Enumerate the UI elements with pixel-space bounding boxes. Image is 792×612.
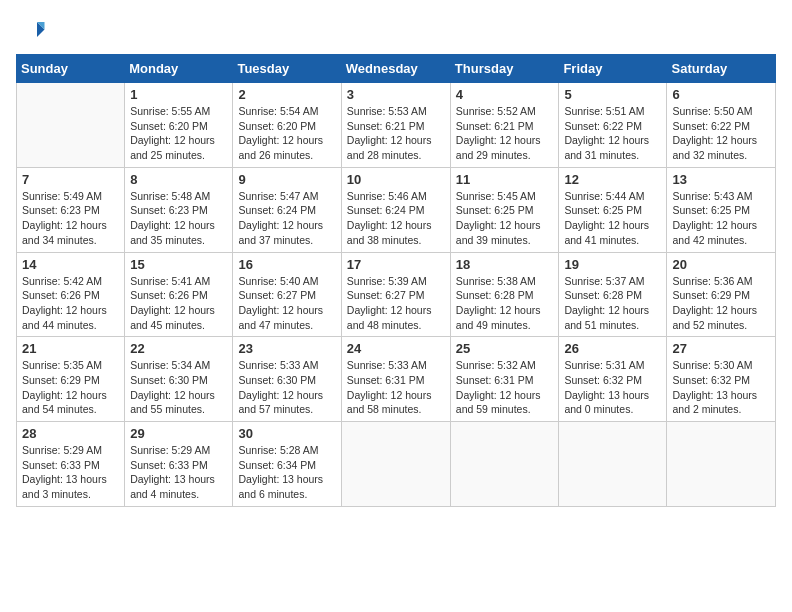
day-info: Sunrise: 5:54 AM Sunset: 6:20 PM Dayligh… — [238, 104, 335, 163]
calendar-cell — [667, 422, 776, 507]
header-tuesday: Tuesday — [233, 55, 341, 83]
day-info: Sunrise: 5:44 AM Sunset: 6:25 PM Dayligh… — [564, 189, 661, 248]
calendar-table: SundayMondayTuesdayWednesdayThursdayFrid… — [16, 54, 776, 507]
day-number: 30 — [238, 426, 335, 441]
day-number: 24 — [347, 341, 445, 356]
week-row-0: 1Sunrise: 5:55 AM Sunset: 6:20 PM Daylig… — [17, 83, 776, 168]
day-info: Sunrise: 5:28 AM Sunset: 6:34 PM Dayligh… — [238, 443, 335, 502]
calendar-cell: 12Sunrise: 5:44 AM Sunset: 6:25 PM Dayli… — [559, 167, 667, 252]
calendar-cell — [17, 83, 125, 168]
day-number: 15 — [130, 257, 227, 272]
day-number: 8 — [130, 172, 227, 187]
calendar-cell: 8Sunrise: 5:48 AM Sunset: 6:23 PM Daylig… — [125, 167, 233, 252]
day-number: 10 — [347, 172, 445, 187]
day-number: 20 — [672, 257, 770, 272]
day-info: Sunrise: 5:31 AM Sunset: 6:32 PM Dayligh… — [564, 358, 661, 417]
day-info: Sunrise: 5:46 AM Sunset: 6:24 PM Dayligh… — [347, 189, 445, 248]
day-number: 4 — [456, 87, 554, 102]
calendar-cell: 2Sunrise: 5:54 AM Sunset: 6:20 PM Daylig… — [233, 83, 341, 168]
day-info: Sunrise: 5:32 AM Sunset: 6:31 PM Dayligh… — [456, 358, 554, 417]
day-number: 23 — [238, 341, 335, 356]
day-number: 21 — [22, 341, 119, 356]
day-number: 5 — [564, 87, 661, 102]
page-header — [16, 16, 776, 46]
calendar-cell: 26Sunrise: 5:31 AM Sunset: 6:32 PM Dayli… — [559, 337, 667, 422]
day-info: Sunrise: 5:30 AM Sunset: 6:32 PM Dayligh… — [672, 358, 770, 417]
calendar-cell: 22Sunrise: 5:34 AM Sunset: 6:30 PM Dayli… — [125, 337, 233, 422]
calendar-cell: 27Sunrise: 5:30 AM Sunset: 6:32 PM Dayli… — [667, 337, 776, 422]
calendar-cell: 28Sunrise: 5:29 AM Sunset: 6:33 PM Dayli… — [17, 422, 125, 507]
day-number: 19 — [564, 257, 661, 272]
logo — [16, 16, 50, 46]
calendar-cell: 25Sunrise: 5:32 AM Sunset: 6:31 PM Dayli… — [450, 337, 559, 422]
day-info: Sunrise: 5:36 AM Sunset: 6:29 PM Dayligh… — [672, 274, 770, 333]
day-number: 9 — [238, 172, 335, 187]
day-number: 13 — [672, 172, 770, 187]
week-row-2: 14Sunrise: 5:42 AM Sunset: 6:26 PM Dayli… — [17, 252, 776, 337]
week-row-3: 21Sunrise: 5:35 AM Sunset: 6:29 PM Dayli… — [17, 337, 776, 422]
day-info: Sunrise: 5:33 AM Sunset: 6:31 PM Dayligh… — [347, 358, 445, 417]
day-info: Sunrise: 5:52 AM Sunset: 6:21 PM Dayligh… — [456, 104, 554, 163]
day-info: Sunrise: 5:43 AM Sunset: 6:25 PM Dayligh… — [672, 189, 770, 248]
calendar-cell: 1Sunrise: 5:55 AM Sunset: 6:20 PM Daylig… — [125, 83, 233, 168]
day-number: 25 — [456, 341, 554, 356]
day-info: Sunrise: 5:34 AM Sunset: 6:30 PM Dayligh… — [130, 358, 227, 417]
header-sunday: Sunday — [17, 55, 125, 83]
day-info: Sunrise: 5:41 AM Sunset: 6:26 PM Dayligh… — [130, 274, 227, 333]
day-number: 22 — [130, 341, 227, 356]
calendar-header-row: SundayMondayTuesdayWednesdayThursdayFrid… — [17, 55, 776, 83]
day-info: Sunrise: 5:33 AM Sunset: 6:30 PM Dayligh… — [238, 358, 335, 417]
calendar-cell: 19Sunrise: 5:37 AM Sunset: 6:28 PM Dayli… — [559, 252, 667, 337]
day-info: Sunrise: 5:35 AM Sunset: 6:29 PM Dayligh… — [22, 358, 119, 417]
day-number: 7 — [22, 172, 119, 187]
calendar-cell: 24Sunrise: 5:33 AM Sunset: 6:31 PM Dayli… — [341, 337, 450, 422]
calendar-cell: 29Sunrise: 5:29 AM Sunset: 6:33 PM Dayli… — [125, 422, 233, 507]
calendar-cell: 14Sunrise: 5:42 AM Sunset: 6:26 PM Dayli… — [17, 252, 125, 337]
calendar-cell: 16Sunrise: 5:40 AM Sunset: 6:27 PM Dayli… — [233, 252, 341, 337]
calendar-cell: 6Sunrise: 5:50 AM Sunset: 6:22 PM Daylig… — [667, 83, 776, 168]
calendar-cell — [450, 422, 559, 507]
day-info: Sunrise: 5:29 AM Sunset: 6:33 PM Dayligh… — [130, 443, 227, 502]
day-info: Sunrise: 5:40 AM Sunset: 6:27 PM Dayligh… — [238, 274, 335, 333]
calendar-cell: 15Sunrise: 5:41 AM Sunset: 6:26 PM Dayli… — [125, 252, 233, 337]
calendar-cell: 4Sunrise: 5:52 AM Sunset: 6:21 PM Daylig… — [450, 83, 559, 168]
header-monday: Monday — [125, 55, 233, 83]
day-number: 1 — [130, 87, 227, 102]
day-number: 27 — [672, 341, 770, 356]
day-info: Sunrise: 5:38 AM Sunset: 6:28 PM Dayligh… — [456, 274, 554, 333]
calendar-cell — [341, 422, 450, 507]
day-number: 28 — [22, 426, 119, 441]
day-info: Sunrise: 5:50 AM Sunset: 6:22 PM Dayligh… — [672, 104, 770, 163]
week-row-4: 28Sunrise: 5:29 AM Sunset: 6:33 PM Dayli… — [17, 422, 776, 507]
calendar-cell: 30Sunrise: 5:28 AM Sunset: 6:34 PM Dayli… — [233, 422, 341, 507]
day-info: Sunrise: 5:51 AM Sunset: 6:22 PM Dayligh… — [564, 104, 661, 163]
calendar-cell: 7Sunrise: 5:49 AM Sunset: 6:23 PM Daylig… — [17, 167, 125, 252]
calendar-cell: 5Sunrise: 5:51 AM Sunset: 6:22 PM Daylig… — [559, 83, 667, 168]
day-info: Sunrise: 5:47 AM Sunset: 6:24 PM Dayligh… — [238, 189, 335, 248]
day-number: 12 — [564, 172, 661, 187]
day-number: 17 — [347, 257, 445, 272]
calendar-cell: 13Sunrise: 5:43 AM Sunset: 6:25 PM Dayli… — [667, 167, 776, 252]
day-info: Sunrise: 5:39 AM Sunset: 6:27 PM Dayligh… — [347, 274, 445, 333]
calendar-cell: 9Sunrise: 5:47 AM Sunset: 6:24 PM Daylig… — [233, 167, 341, 252]
day-number: 14 — [22, 257, 119, 272]
calendar-cell: 3Sunrise: 5:53 AM Sunset: 6:21 PM Daylig… — [341, 83, 450, 168]
day-info: Sunrise: 5:42 AM Sunset: 6:26 PM Dayligh… — [22, 274, 119, 333]
calendar-cell: 17Sunrise: 5:39 AM Sunset: 6:27 PM Dayli… — [341, 252, 450, 337]
calendar-cell: 23Sunrise: 5:33 AM Sunset: 6:30 PM Dayli… — [233, 337, 341, 422]
day-number: 2 — [238, 87, 335, 102]
day-info: Sunrise: 5:55 AM Sunset: 6:20 PM Dayligh… — [130, 104, 227, 163]
day-number: 26 — [564, 341, 661, 356]
calendar-cell — [559, 422, 667, 507]
header-saturday: Saturday — [667, 55, 776, 83]
day-info: Sunrise: 5:49 AM Sunset: 6:23 PM Dayligh… — [22, 189, 119, 248]
day-info: Sunrise: 5:37 AM Sunset: 6:28 PM Dayligh… — [564, 274, 661, 333]
calendar-cell: 18Sunrise: 5:38 AM Sunset: 6:28 PM Dayli… — [450, 252, 559, 337]
day-info: Sunrise: 5:45 AM Sunset: 6:25 PM Dayligh… — [456, 189, 554, 248]
header-wednesday: Wednesday — [341, 55, 450, 83]
day-info: Sunrise: 5:48 AM Sunset: 6:23 PM Dayligh… — [130, 189, 227, 248]
calendar-cell: 21Sunrise: 5:35 AM Sunset: 6:29 PM Dayli… — [17, 337, 125, 422]
logo-icon — [16, 16, 46, 46]
day-info: Sunrise: 5:53 AM Sunset: 6:21 PM Dayligh… — [347, 104, 445, 163]
day-number: 29 — [130, 426, 227, 441]
